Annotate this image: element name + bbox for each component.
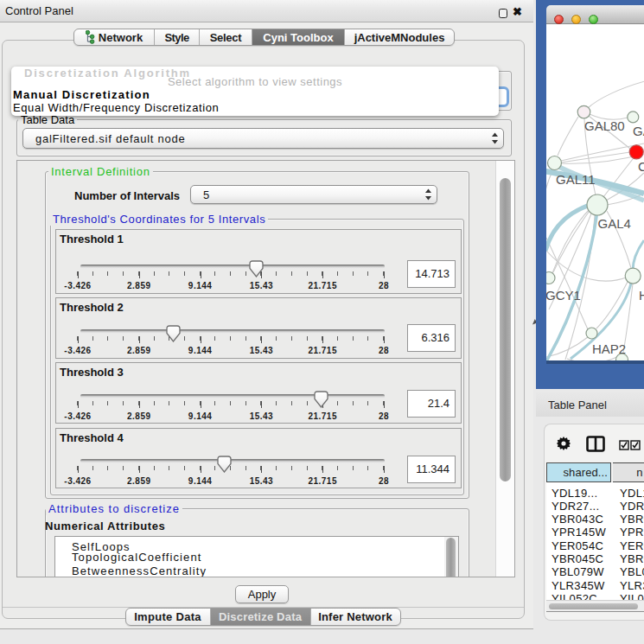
svg-text:GCY1: GCY1: [546, 288, 581, 303]
svg-text:GAL11: GAL11: [556, 172, 596, 187]
svg-text:GAL: GAL: [633, 124, 644, 138]
svg-text:CB: CB: [638, 159, 644, 174]
svg-text:HAP2: HAP2: [592, 341, 626, 356]
svg-text:HA: HA: [639, 288, 644, 303]
svg-text:GAL80: GAL80: [584, 118, 625, 133]
svg-text:GAL4: GAL4: [598, 216, 631, 231]
